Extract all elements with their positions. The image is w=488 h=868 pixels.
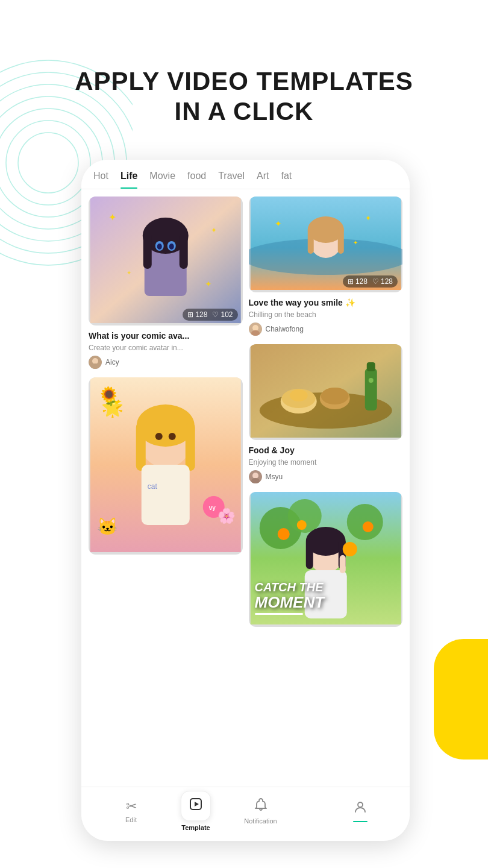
svg-text:✦: ✦ — [352, 239, 357, 246]
author-name-chaiwofong: Chaiwofong — [266, 325, 304, 333]
card-orange-girl[interactable]: CATCH THE MOMENT — [249, 492, 403, 627]
tab-fat[interactable]: fat — [281, 171, 292, 189]
card-food-image — [249, 344, 403, 440]
author-name-aicy: Aicy — [105, 358, 119, 366]
svg-point-29 — [155, 433, 163, 440]
author-avatar-aicy — [89, 356, 102, 369]
photo-count: ⊞ 128 — [187, 310, 207, 319]
svg-text:✦: ✦ — [205, 279, 212, 289]
svg-rect-31 — [142, 465, 190, 525]
pink-circle-sticker: 🌸 — [217, 508, 236, 524]
card-beach-title: Love the way you smile ✨ — [249, 297, 403, 308]
svg-point-15 — [157, 244, 162, 250]
card-food-subtitle: Enjoying the moment — [249, 458, 403, 467]
svg-point-47 — [252, 325, 258, 331]
svg-rect-28 — [186, 423, 195, 471]
card-anime-subtitle: Create your comic avatar in... — [89, 344, 243, 352]
svg-rect-56 — [366, 362, 375, 371]
category-tabs: Hot Life Movie food Travel Art fat — [81, 160, 410, 189]
tab-travel[interactable]: Travel — [218, 171, 245, 189]
tab-food[interactable]: food — [187, 171, 206, 189]
card-anime-title: What is your comic ava... — [89, 330, 243, 341]
svg-point-80 — [358, 802, 363, 807]
nav-template[interactable]: Template — [181, 791, 211, 831]
nav-edit[interactable]: ✂ Edit — [81, 799, 181, 823]
card-beach-author: Chaiwofong — [249, 322, 403, 336]
beach-stats-overlay: ⊞ 128 ♡ 128 — [343, 275, 398, 288]
svg-point-57 — [368, 378, 373, 383]
card-beach-girl[interactable]: ✦ ✦ ✦ ⊞ 128 ♡ 128 — [249, 197, 403, 336]
right-column: ✦ ✦ ✦ ⊞ 128 ♡ 128 — [249, 197, 403, 800]
svg-text:✦: ✦ — [211, 226, 217, 234]
svg-text:vy: vy — [209, 505, 216, 511]
svg-rect-11 — [143, 233, 152, 269]
nav-notification-label: Notification — [244, 817, 277, 825]
edit-icon: ✂ — [126, 799, 137, 814]
svg-text:✦: ✦ — [364, 214, 371, 222]
card-food-author: Msyu — [249, 470, 403, 483]
svg-text:cat: cat — [148, 482, 158, 491]
card-anime-image: ✦ ✦ ✦ ✦ ⊞ 128 ♡ 102 — [89, 197, 243, 326]
tab-hot[interactable]: Hot — [93, 171, 108, 189]
profile-active-bar — [353, 821, 368, 823]
svg-rect-41 — [307, 227, 313, 254]
svg-point-16 — [169, 244, 174, 250]
tab-life[interactable]: Life — [120, 171, 137, 189]
anime-illustration: ✦ ✦ ✦ ✦ — [89, 197, 243, 323]
nav-template-label: Template — [181, 824, 210, 831]
svg-rect-55 — [364, 368, 377, 410]
food-illustration — [249, 344, 403, 438]
svg-point-54 — [321, 388, 348, 404]
phone-mockup: Hot Life Movie food Travel Art fat — [81, 160, 410, 841]
svg-point-70 — [362, 521, 373, 532]
svg-point-62 — [252, 473, 258, 479]
svg-point-76 — [342, 542, 357, 556]
svg-text:✦: ✦ — [108, 212, 116, 222]
card-beach-image: ✦ ✦ ✦ ⊞ 128 ♡ 128 — [249, 197, 403, 292]
svg-text:✦: ✦ — [274, 219, 281, 228]
nav-edit-label: Edit — [125, 816, 137, 823]
author-avatar-msyu — [249, 470, 262, 483]
author-avatar-chaiwofong — [249, 322, 262, 336]
card-stats-overlay: ⊞ 128 ♡ 102 — [183, 309, 237, 321]
svg-rect-27 — [136, 423, 146, 471]
card-girl-yellow[interactable]: cat ★ 🌟 vy 🐱 🌻 🌸 — [89, 377, 243, 555]
svg-point-1 — [6, 121, 90, 205]
svg-marker-79 — [195, 802, 199, 807]
header-section: APPLY VIDEO TEMPLATES IN A CLICK — [0, 66, 488, 127]
card-anime-author: Aicy — [89, 356, 243, 369]
svg-text:✦: ✦ — [127, 269, 131, 276]
tab-movie[interactable]: Movie — [149, 171, 175, 189]
card-food-title: Food & Joy — [249, 445, 403, 456]
nav-notification[interactable]: Notification — [211, 797, 310, 825]
svg-point-68 — [277, 528, 289, 540]
svg-point-22 — [92, 358, 98, 364]
left-column: ✦ ✦ ✦ ✦ ⊞ 128 ♡ 102 — [89, 197, 243, 800]
beach-like-count: ♡ 128 — [372, 277, 393, 286]
notification-icon — [254, 797, 268, 816]
svg-point-69 — [296, 520, 306, 530]
card-orange-image: CATCH THE MOMENT — [249, 492, 403, 627]
like-count: ♡ 102 — [212, 310, 233, 319]
card-beach-subtitle: Chilling on the beach — [249, 310, 403, 319]
catch-the-moment-overlay: CATCH THE MOMENT — [255, 580, 397, 615]
svg-rect-77 — [339, 555, 345, 573]
template-button[interactable] — [181, 791, 211, 821]
content-grid: ✦ ✦ ✦ ✦ ⊞ 128 ♡ 102 — [81, 189, 410, 800]
tab-art[interactable]: Art — [257, 171, 269, 189]
nav-profile[interactable] — [310, 800, 410, 823]
cat-sticker: 🐱 — [97, 517, 118, 536]
svg-rect-42 — [337, 227, 343, 254]
profile-icon — [353, 800, 368, 818]
author-name-msyu: Msyu — [266, 473, 283, 481]
beach-photo-count: ⊞ 128 — [348, 277, 368, 286]
template-icon — [189, 797, 203, 815]
bottom-nav: ✂ Edit Template Notificati — [81, 787, 410, 841]
svg-point-67 — [346, 504, 383, 540]
svg-rect-73 — [305, 539, 313, 569]
card-food-joy[interactable]: Food & Joy Enjoying the moment Msyu — [249, 344, 403, 483]
card-anime-avatar[interactable]: ✦ ✦ ✦ ✦ ⊞ 128 ♡ 102 — [89, 197, 243, 369]
catch-underline — [255, 613, 303, 615]
svg-point-58 — [289, 389, 307, 401]
bg-yellow-decoration — [434, 639, 488, 760]
